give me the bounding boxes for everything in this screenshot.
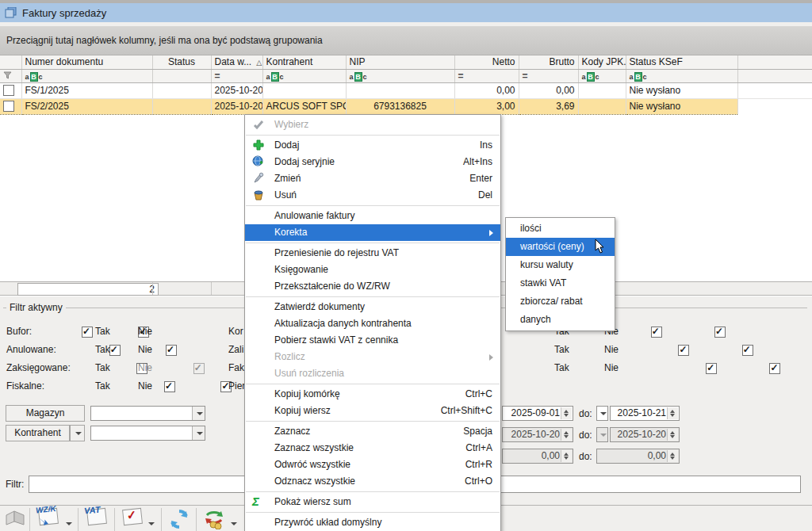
book-button[interactable] <box>3 509 27 531</box>
approve-dropdown[interactable] <box>146 517 155 529</box>
filter-data[interactable]: = <box>211 69 262 82</box>
menu-item-przywroc-uklad-domyslny[interactable]: Przywróć układ domyślny <box>245 514 500 531</box>
row-select-cell[interactable] <box>0 82 21 98</box>
cell-kody[interactable] <box>578 82 626 98</box>
header-netto[interactable]: Netto <box>454 55 519 69</box>
bufor-tak-checkbox[interactable] <box>82 327 93 338</box>
header-status-ksef[interactable]: Status KSeF <box>626 55 737 69</box>
date-to-field-1[interactable]: 2025-10-21 <box>610 406 680 421</box>
filter-numer[interactable] <box>21 69 152 82</box>
cell-kontrahent[interactable] <box>262 82 346 98</box>
filter-funnel-cell[interactable] <box>0 69 21 82</box>
menu-item-odznacz-wszystkie[interactable]: Odznacz wszystkieCtrl+O <box>245 473 500 490</box>
header-kontrahent[interactable]: Kontrahent <box>262 55 346 69</box>
approve-button[interactable]: ✓ <box>121 509 144 531</box>
menu-item-anulowanie-faktury[interactable]: Anulowanie faktury <box>245 208 500 224</box>
row-select-cell[interactable] <box>0 98 21 114</box>
dropdown-button[interactable] <box>192 426 205 440</box>
payments-button[interactable] <box>201 509 227 531</box>
cell-brutto[interactable]: 3,69 <box>519 98 578 114</box>
filter-nip[interactable] <box>346 69 454 82</box>
header-status[interactable]: Status <box>152 55 211 69</box>
cell-data[interactable]: 2025-10-20 <box>211 98 262 114</box>
menu-item-korekta[interactable]: Korekta <box>245 224 500 241</box>
refresh-button[interactable] <box>167 509 191 531</box>
fiskalne-tak-checkbox[interactable] <box>164 381 175 392</box>
menu-item-przeniesienie-do-rejestru-vat[interactable]: Przeniesienie do rejestru VAT <box>245 245 500 262</box>
menu-item-zaznacz[interactable]: ZaznaczSpacja <box>245 423 500 440</box>
submenu-item-zbiorcza-rabat[interactable]: zbiorcza/ rabat <box>506 292 615 311</box>
menu-item-ksiegowanie[interactable]: Księgowanie <box>245 262 500 278</box>
cell-kontrahent[interactable]: ARCUS SOFT SPÓŁKA ... <box>262 98 346 114</box>
right-row-3-tak-checkbox[interactable] <box>706 363 717 374</box>
submenu-item-kursu-waluty[interactable]: kursu waluty <box>506 256 615 274</box>
group-by-hint-band[interactable]: Przeciągnij tutaj nagłówek kolumny, jeśl… <box>0 26 812 55</box>
menu-item-pokaz-wiersz-sum[interactable]: Σ Pokaż wiersz sum <box>245 494 500 510</box>
spinner[interactable] <box>667 407 678 419</box>
magazyn-combobox[interactable] <box>90 406 205 421</box>
header-data-wystawienia[interactable]: Data w...△ <box>211 55 262 69</box>
cell-brutto[interactable]: 0,00 <box>519 82 578 98</box>
cell-kody[interactable] <box>578 98 626 114</box>
cell-status-ksef[interactable]: Nie wysłano <box>626 82 737 98</box>
row-checkbox[interactable] <box>3 101 14 112</box>
wzk-dropdown[interactable] <box>63 517 73 529</box>
menu-item-usun[interactable]: UsuńDel <box>245 187 500 204</box>
magazyn-button[interactable]: Magazyn <box>6 405 85 422</box>
header-kody-jpk[interactable]: Kody JPK... <box>578 55 626 69</box>
menu-item-pobierz-stawki-vat[interactable]: Pobierz stawki VAT z cennika <box>245 332 500 349</box>
cell-nip[interactable] <box>346 82 454 98</box>
header-nip[interactable]: NIP <box>346 55 454 69</box>
right-row-1-nie-checkbox[interactable] <box>714 327 726 338</box>
date-from-field-1[interactable]: 2025-09-01 <box>502 406 573 421</box>
invoice-row-2-selected[interactable]: FS/2/2025 2025-10-20 ARCUS SOFT SPÓŁKA .… <box>0 98 812 114</box>
cell-data[interactable]: 2025-10-20 <box>211 82 262 98</box>
menu-item-aktualizacja-danych-kontrahenta[interactable]: Aktualizacja danych kontrahenta <box>245 315 500 332</box>
cell-numer[interactable]: FS/2/2025 <box>21 98 152 114</box>
menu-item-przeksztalcenie-do-wz-rw[interactable]: Przekształcenie do WZ/RW <box>245 278 500 295</box>
submenu-item-danych[interactable]: danych <box>506 311 615 329</box>
filter-netto[interactable]: = <box>454 69 519 82</box>
menu-item-kopiuj-wiersz[interactable]: Kopiuj wierszCtrl+Shift+C <box>245 403 500 419</box>
dropdown-button[interactable] <box>192 407 205 420</box>
menu-item-dodaj-seryjnie[interactable]: Dodaj seryjnieAlt+Ins <box>245 154 500 170</box>
kontrahent-dropdown-button[interactable] <box>70 425 85 441</box>
filter-kontrahent[interactable] <box>262 69 346 82</box>
right-row-1-tak-checkbox[interactable] <box>651 327 662 338</box>
cell-status[interactable] <box>152 82 211 98</box>
anulowane-nie-checkbox[interactable] <box>166 345 177 356</box>
wzk-button[interactable]: WZ/K <box>35 509 62 531</box>
submenu-item-ilosci[interactable]: ilości <box>506 220 615 238</box>
header-brutto[interactable]: Brutto <box>519 55 578 69</box>
cell-numer[interactable]: FS/1/2025 <box>21 82 152 98</box>
filter-ksef[interactable] <box>626 69 737 82</box>
cell-status[interactable] <box>152 98 211 114</box>
right-row-2-tak-checkbox[interactable] <box>678 345 689 356</box>
payments-dropdown[interactable] <box>228 517 238 529</box>
menu-item-dodaj[interactable]: DodajIns <box>245 137 500 154</box>
vat-button[interactable]: VAT <box>83 509 110 531</box>
filter-brutto[interactable]: = <box>519 69 578 82</box>
right-row-2-nie-checkbox[interactable] <box>742 345 753 356</box>
spinner[interactable] <box>561 407 572 419</box>
menu-item-kopiuj-komorke[interactable]: Kopiuj komórkęCtrl+C <box>245 386 500 403</box>
menu-item-zmien[interactable]: ZmieńEnter <box>245 170 500 187</box>
date-to-dropdown-1[interactable] <box>596 406 608 421</box>
header-numer-dokumentu[interactable]: Numer dokumentu <box>21 55 152 69</box>
invoice-row-1[interactable]: FS/1/2025 2025-10-20 0,00 0,00 Nie wysła… <box>0 82 812 98</box>
cell-netto[interactable]: 3,00 <box>454 98 519 114</box>
menu-item-odwroc-wszystkie[interactable]: Odwróć wszystkieCtrl+R <box>245 457 500 473</box>
right-row-3-nie-checkbox[interactable] <box>769 363 780 374</box>
row-checkbox[interactable] <box>3 85 14 96</box>
kontrahent-combobox[interactable] <box>90 426 205 441</box>
cell-netto[interactable]: 0,00 <box>454 82 519 98</box>
kontrahent-button[interactable]: Kontrahent <box>6 425 70 441</box>
menu-item-zaznacz-wszystkie[interactable]: Zaznacz wszystkieCtrl+A <box>245 440 500 457</box>
menu-item-zatwierdz-dokumenty[interactable]: Zatwierdź dokumenty <box>245 299 500 315</box>
filter-status[interactable] <box>152 69 211 82</box>
filter-kody[interactable] <box>578 69 626 82</box>
anulowane-tak-checkbox[interactable] <box>109 345 121 356</box>
cell-nip[interactable]: 6793136825 <box>346 98 454 114</box>
submenu-item-stawki-vat[interactable]: stawki VAT <box>506 274 615 292</box>
cell-status-ksef[interactable]: Nie wysłano <box>626 98 737 114</box>
